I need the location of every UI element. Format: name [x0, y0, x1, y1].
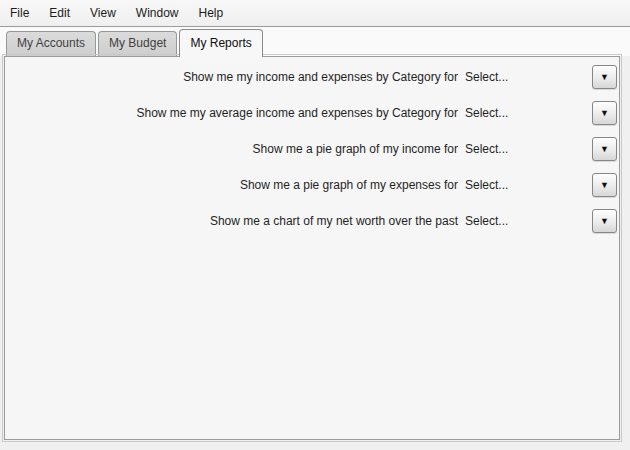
report-period-combobox[interactable]: Select... ▼	[460, 173, 617, 197]
report-row-label: Show me a pie graph of my expenses for	[9, 178, 460, 192]
caret-down-icon: ▼	[600, 181, 609, 190]
combobox-dropdown-button[interactable]: ▼	[592, 65, 617, 89]
combobox-dropdown-button[interactable]: ▼	[592, 101, 617, 125]
tab-my-budget[interactable]: My Budget	[98, 31, 177, 56]
tab-my-accounts[interactable]: My Accounts	[6, 31, 96, 56]
report-period-combobox[interactable]: Select... ▼	[460, 101, 617, 125]
menu-help[interactable]: Help	[189, 0, 234, 26]
caret-down-icon: ▼	[600, 109, 609, 118]
tab-group: My Accounts My Budget My Reports	[6, 29, 265, 56]
caret-down-icon: ▼	[600, 73, 609, 82]
report-period-combobox[interactable]: Select... ▼	[460, 137, 617, 161]
combobox-dropdown-button[interactable]: ▼	[592, 173, 617, 197]
combobox-selected-value: Select...	[465, 70, 508, 84]
report-row-label: Show me a pie graph of my income for	[9, 142, 460, 156]
report-period-combobox[interactable]: Select... ▼	[460, 209, 617, 233]
menu-edit[interactable]: Edit	[39, 0, 80, 26]
caret-down-icon: ▼	[600, 145, 609, 154]
menu-file[interactable]: File	[0, 0, 39, 26]
combobox-selected-value: Select...	[465, 178, 508, 192]
tab-strip: My Accounts My Budget My Reports	[0, 27, 630, 56]
tab-my-reports[interactable]: My Reports	[179, 29, 262, 57]
report-row-average-income-expenses-by-category: Show me my average income and expenses b…	[9, 95, 617, 131]
reports-panel: Show me my income and expenses by Catego…	[4, 56, 620, 440]
report-row-pie-graph-expenses: Show me a pie graph of my expenses for S…	[9, 167, 617, 203]
report-period-combobox[interactable]: Select... ▼	[460, 65, 617, 89]
combobox-dropdown-button[interactable]: ▼	[592, 137, 617, 161]
combobox-selected-value: Select...	[465, 106, 508, 120]
report-row-label: Show me my income and expenses by Catego…	[9, 70, 460, 84]
report-row-label: Show me a chart of my net worth over the…	[9, 214, 460, 228]
menu-window[interactable]: Window	[126, 0, 189, 26]
combobox-selected-value: Select...	[465, 214, 508, 228]
caret-down-icon: ▼	[600, 217, 609, 226]
combobox-selected-value: Select...	[465, 142, 508, 156]
menu-bar: File Edit View Window Help	[0, 0, 630, 27]
report-row-net-worth-chart: Show me a chart of my net worth over the…	[9, 203, 617, 239]
report-row-label: Show me my average income and expenses b…	[9, 106, 460, 120]
report-row-income-expenses-by-category: Show me my income and expenses by Catego…	[9, 59, 617, 95]
report-row-pie-graph-income: Show me a pie graph of my income for Sel…	[9, 131, 617, 167]
combobox-dropdown-button[interactable]: ▼	[592, 209, 617, 233]
menu-view[interactable]: View	[80, 0, 126, 26]
